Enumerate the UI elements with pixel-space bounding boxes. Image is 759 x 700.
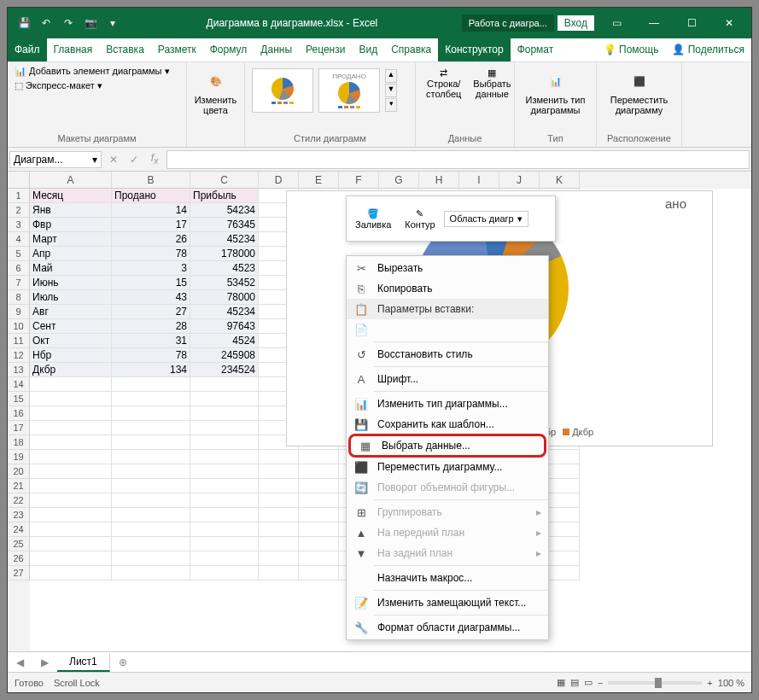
chart-area-dropdown[interactable]: Область диагр▾ xyxy=(444,211,528,227)
cell[interactable] xyxy=(259,537,299,551)
ribbon-options-icon[interactable]: ▭ xyxy=(598,8,635,38)
zoom-slider[interactable] xyxy=(608,681,702,685)
cell[interactable] xyxy=(190,551,259,566)
ctx-copy[interactable]: ⎘Копировать xyxy=(347,278,548,299)
tab-data[interactable]: Данны xyxy=(254,38,299,61)
move-chart-button[interactable]: ⬛Переместить диаграмму xyxy=(604,66,674,117)
cell[interactable] xyxy=(30,479,112,493)
rowhdr-13[interactable]: 13 xyxy=(8,363,30,377)
zoom-in-button[interactable]: + xyxy=(707,678,712,688)
cell[interactable]: 14 xyxy=(112,203,190,218)
change-chart-type-button[interactable]: 📊Изменить тип диаграммы xyxy=(522,66,589,117)
cell[interactable] xyxy=(30,537,112,551)
colhdr-H[interactable]: H xyxy=(419,172,459,189)
cell[interactable]: Месяц xyxy=(30,189,112,203)
share-button[interactable]: 👤 Поделиться xyxy=(665,38,751,61)
sheet-nav-prev[interactable]: ◀ xyxy=(8,656,32,668)
cell[interactable]: 245908 xyxy=(190,348,259,363)
chevron-down-icon[interactable]: ▾ xyxy=(92,154,97,166)
rowhdr-24[interactable]: 24 xyxy=(8,522,30,537)
styles-scroll-down[interactable]: ▼ xyxy=(385,84,397,97)
rowhdr-20[interactable]: 20 xyxy=(8,464,30,479)
rowhdr-21[interactable]: 21 xyxy=(8,479,30,493)
save-icon[interactable]: 💾 xyxy=(15,14,33,32)
rowhdr-25[interactable]: 25 xyxy=(8,537,30,551)
colhdr-B[interactable]: B xyxy=(112,172,190,189)
rowhdr-15[interactable]: 15 xyxy=(8,392,30,406)
cell[interactable] xyxy=(190,377,259,392)
cell[interactable]: 234524 xyxy=(190,363,259,377)
rowhdr-6[interactable]: 6 xyxy=(8,261,30,276)
cell[interactable] xyxy=(30,392,112,406)
rowhdr-9[interactable]: 9 xyxy=(8,305,30,319)
cell[interactable] xyxy=(30,522,112,537)
cell[interactable]: 17 xyxy=(112,218,190,232)
tab-format[interactable]: Формат xyxy=(511,38,561,61)
cell[interactable] xyxy=(259,522,299,537)
cell[interactable] xyxy=(299,493,339,508)
cell[interactable] xyxy=(112,508,190,522)
rowhdr-2[interactable]: 2 xyxy=(8,203,30,218)
cell[interactable]: 97643 xyxy=(190,319,259,334)
close-icon[interactable]: ✕ xyxy=(710,8,748,38)
colhdr-C[interactable]: C xyxy=(190,172,259,189)
rowhdr-18[interactable]: 18 xyxy=(8,435,30,450)
change-colors-button[interactable]: 🎨 Изменить цвета xyxy=(194,66,237,117)
ctx-alt-text[interactable]: 📝Изменить замещающий текст... xyxy=(347,592,548,613)
tab-review[interactable]: Рецензи xyxy=(299,38,352,61)
tab-design[interactable]: Конструктор xyxy=(438,38,510,61)
quick-layout-button[interactable]: ⬚ Экспресс-макет ▾ xyxy=(15,80,179,91)
redo-icon[interactable]: ↷ xyxy=(59,14,78,32)
cell[interactable]: 31 xyxy=(112,334,190,348)
cell[interactable]: 76345 xyxy=(190,218,259,232)
rowhdr-27[interactable]: 27 xyxy=(8,566,30,580)
cell[interactable] xyxy=(299,537,339,551)
cell[interactable]: Март xyxy=(30,232,112,247)
select-all-corner[interactable] xyxy=(8,172,30,189)
cell[interactable] xyxy=(112,421,190,435)
cell[interactable]: Нбр xyxy=(30,348,112,363)
cell[interactable]: Сент xyxy=(30,319,112,334)
cell[interactable]: 45234 xyxy=(190,232,259,247)
camera-icon[interactable]: 📷 xyxy=(81,14,100,32)
cell[interactable] xyxy=(30,377,112,392)
ctx-change-type[interactable]: 📊Изменить тип диаграммы... xyxy=(347,394,548,414)
rowhdr-7[interactable]: 7 xyxy=(8,276,30,290)
cell[interactable] xyxy=(190,537,259,551)
rowhdr-10[interactable]: 10 xyxy=(8,319,30,334)
formula-bar[interactable] xyxy=(166,150,750,169)
ctx-font[interactable]: AШрифт... xyxy=(347,369,548,389)
tab-view[interactable]: Вид xyxy=(352,38,384,61)
cell[interactable]: 134 xyxy=(112,363,190,377)
cell[interactable] xyxy=(299,450,339,464)
maximize-icon[interactable]: ☐ xyxy=(673,8,710,38)
colhdr-F[interactable]: F xyxy=(339,172,379,189)
cell[interactable] xyxy=(112,551,190,566)
cell[interactable]: 78 xyxy=(112,247,190,261)
rowhdr-4[interactable]: 4 xyxy=(8,232,30,247)
rowhdr-23[interactable]: 23 xyxy=(8,508,30,522)
cell[interactable] xyxy=(112,392,190,406)
cell[interactable]: 78 xyxy=(112,348,190,363)
name-box[interactable]: Диаграм...▾ xyxy=(9,151,102,168)
cell[interactable] xyxy=(190,406,259,421)
qat-more-icon[interactable]: ▾ xyxy=(103,14,122,32)
cell[interactable] xyxy=(112,377,190,392)
cell[interactable] xyxy=(299,551,339,566)
cell[interactable] xyxy=(190,421,259,435)
styles-more[interactable]: ▾ xyxy=(385,98,397,112)
cell[interactable] xyxy=(190,479,259,493)
fill-button[interactable]: 🪣Заливка xyxy=(350,207,396,231)
add-chart-element-button[interactable]: 📊 Добавить элемент диаграммы ▾ xyxy=(15,66,179,77)
cell[interactable] xyxy=(259,464,299,479)
tell-me[interactable]: 💡 Помощь xyxy=(597,38,666,61)
cell[interactable] xyxy=(299,464,339,479)
cell[interactable]: Продано xyxy=(112,189,190,203)
cell[interactable]: Май xyxy=(30,261,112,276)
tab-formulas[interactable]: Формул xyxy=(203,38,254,61)
cell[interactable]: Прибыль xyxy=(190,189,259,203)
login-button[interactable]: Вход xyxy=(558,15,594,31)
cell[interactable] xyxy=(190,392,259,406)
rowhdr-19[interactable]: 19 xyxy=(8,450,30,464)
colhdr-K[interactable]: K xyxy=(540,172,580,189)
